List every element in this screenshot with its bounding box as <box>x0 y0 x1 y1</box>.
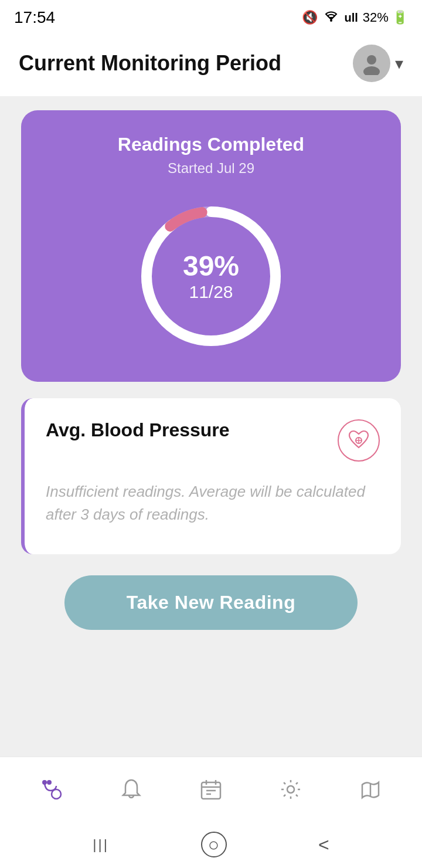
readings-card-title: Readings Completed <box>118 134 304 155</box>
main-content: Readings Completed Started Jul 29 39% 11… <box>0 96 422 757</box>
header: Current Monitoring Period ▾ <box>0 35 422 96</box>
svg-point-1 <box>367 55 376 65</box>
readings-card-subtitle: Started Jul 29 <box>168 160 254 177</box>
progress-donut: 39% 11/28 <box>135 200 287 352</box>
svg-point-11 <box>47 781 51 784</box>
svg-point-10 <box>43 781 46 784</box>
status-time: 17:54 <box>14 8 55 27</box>
recent-apps-button[interactable]: ||| <box>93 836 109 853</box>
status-bar: 17:54 🔇 ull 32% 🔋 <box>0 0 422 35</box>
android-nav: ||| ○ < <box>0 821 422 868</box>
nav-item-calendar[interactable] <box>186 772 236 807</box>
blood-pressure-message: Insufficient readings. Average will be c… <box>46 480 380 526</box>
blood-pressure-card: Avg. Blood Pressure Insufficient reading… <box>21 398 401 554</box>
svg-point-18 <box>287 786 294 793</box>
home-button[interactable]: ○ <box>201 832 227 857</box>
wifi-icon <box>322 9 340 26</box>
blood-pressure-card-header: Avg. Blood Pressure <box>46 419 380 462</box>
cta-area: Take New Reading <box>21 571 401 639</box>
take-new-reading-button[interactable]: Take New Reading <box>64 575 358 630</box>
signal-icon: ull <box>345 11 358 25</box>
avatar[interactable] <box>353 45 390 82</box>
readings-card: Readings Completed Started Jul 29 39% 11… <box>21 110 401 382</box>
status-icons: 🔇 ull 32% 🔋 <box>302 9 409 26</box>
battery-icon: 32% 🔋 <box>363 10 408 25</box>
donut-percent: 39% <box>183 251 239 282</box>
mute-icon: 🔇 <box>302 10 318 25</box>
nav-item-guide[interactable] <box>346 772 395 807</box>
svg-point-2 <box>363 66 380 75</box>
bottom-nav <box>0 757 422 821</box>
svg-point-0 <box>330 19 332 22</box>
avatar-area[interactable]: ▾ <box>353 45 403 82</box>
page-title: Current Monitoring Period <box>19 51 281 76</box>
nav-item-settings[interactable] <box>266 772 315 807</box>
donut-fraction: 11/28 <box>183 282 239 301</box>
heart-icon-circle <box>338 419 380 462</box>
nav-item-alerts[interactable] <box>107 772 156 807</box>
blood-pressure-title: Avg. Blood Pressure <box>46 419 230 441</box>
donut-center: 39% 11/28 <box>183 251 239 302</box>
back-button[interactable]: < <box>318 834 329 856</box>
chevron-down-icon[interactable]: ▾ <box>395 54 403 73</box>
nav-item-home[interactable] <box>27 772 76 807</box>
